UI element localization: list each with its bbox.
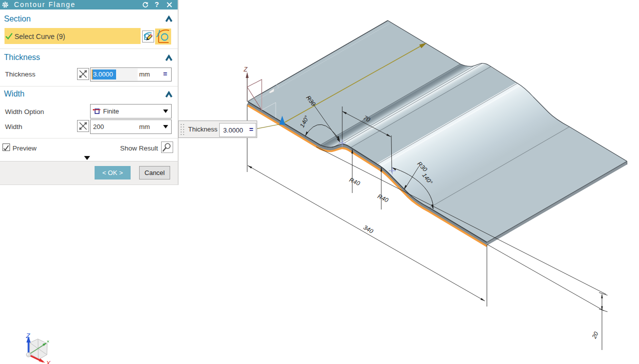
- svg-text:Y: Y: [276, 84, 280, 90]
- svg-text:R40: R40: [348, 176, 361, 187]
- svg-text:340: 340: [362, 224, 375, 234]
- svg-text:Z: Z: [26, 332, 31, 340]
- svg-text:20: 20: [590, 330, 600, 340]
- svg-text:X: X: [46, 360, 51, 364]
- svg-text:Z: Z: [243, 66, 248, 73]
- svg-text:R40: R40: [376, 192, 389, 204]
